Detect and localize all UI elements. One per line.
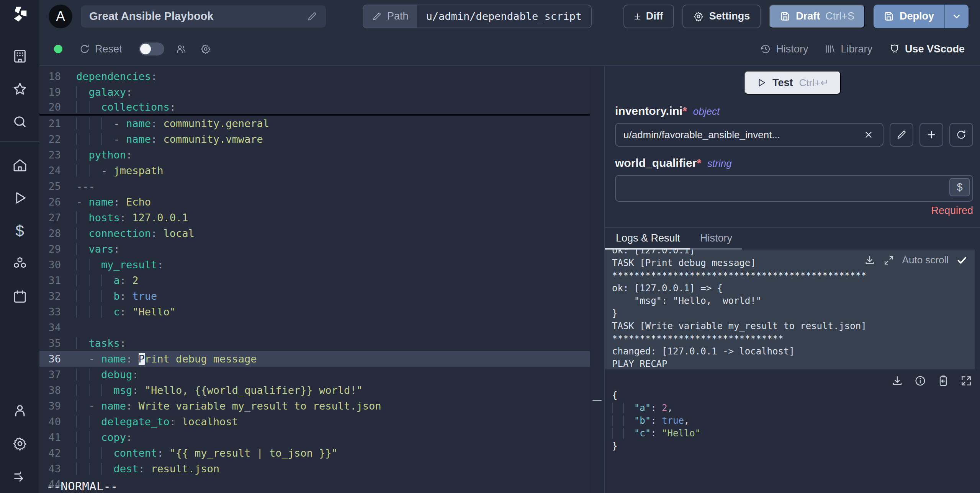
library-button[interactable]: Library	[825, 43, 872, 55]
fullscreen-icon[interactable]	[960, 375, 972, 387]
world-qualifier-input[interactable]: $	[615, 175, 973, 202]
code-line-38[interactable]: 38 msg: "Hello, {{world_qualifier}} worl…	[39, 382, 590, 398]
expand-icon[interactable]	[883, 255, 895, 266]
required-asterisk: *	[682, 104, 687, 117]
code-editor[interactable]: 18dependencies:19 galaxy:20 collections:…	[39, 66, 590, 493]
play-icon	[12, 190, 28, 206]
code-line-34[interactable]: 34	[39, 320, 590, 335]
code-line-39[interactable]: 39 - name: Write variable my_result to r…	[39, 398, 590, 414]
code-line-31[interactable]: 31 a: 2	[39, 273, 590, 288]
editor-settings-button[interactable]	[200, 44, 211, 54]
code-line-35[interactable]: 35 tasks:	[39, 335, 590, 351]
code-line-32[interactable]: 32 b: true	[39, 288, 590, 304]
use-vscode-button[interactable]: Use VScode	[889, 43, 965, 55]
field-type: string	[707, 158, 732, 170]
draft-button[interactable]: Draft Ctrl+S	[769, 5, 865, 28]
sidebar-item-schedules[interactable]	[0, 280, 39, 313]
diff-button[interactable]: ± Diff	[623, 5, 674, 28]
code-line-29[interactable]: 29 vars:	[39, 241, 590, 257]
sidebar-item-account[interactable]	[0, 394, 39, 427]
code-line-18[interactable]: 18dependencies:	[39, 69, 590, 84]
line-number: 28	[39, 227, 76, 239]
editor-toolbar: Reset History Library Use VScode	[39, 33, 980, 65]
code-line-44[interactable]: 44	[39, 477, 590, 492]
code-line-40[interactable]: 40 delegate_to: localhost	[39, 414, 590, 429]
path-field[interactable]: Path u/admin/dependable_script	[363, 5, 592, 28]
edit-resource-button[interactable]	[890, 123, 913, 147]
panel-splitter[interactable]	[590, 66, 604, 493]
script-title: Great Ansible Playbook	[89, 10, 301, 23]
line-content: b: true	[76, 290, 157, 302]
tab-history[interactable]: History	[690, 228, 742, 250]
copy-clipboard-icon[interactable]	[937, 375, 949, 387]
pencil-icon[interactable]	[307, 11, 317, 22]
sidebar-item-settings[interactable]	[0, 427, 39, 460]
script-title-field[interactable]: Great Ansible Playbook	[81, 5, 326, 28]
line-number: 43	[39, 463, 76, 475]
test-shortcut: Ctrl+↵	[799, 77, 829, 89]
log-line: "msg": "Hello, world!"	[612, 295, 975, 307]
code-line-42[interactable]: 42 content: "{{ my_result | to_json }}"	[39, 445, 590, 461]
line-number: 35	[39, 337, 76, 349]
windmill-logo-icon[interactable]	[11, 5, 29, 24]
line-number: 31	[39, 274, 76, 286]
line-number: 38	[39, 384, 76, 396]
code-line-20[interactable]: 20 collections:	[39, 100, 590, 116]
line-content: debug:	[76, 369, 139, 380]
diff-label: Diff	[646, 10, 663, 22]
code-line-28[interactable]: 28 connection: local	[39, 225, 590, 241]
code-line-33[interactable]: 33 c: "Hello"	[39, 304, 590, 320]
log-area[interactable]: ok: [127.0.0.1]TASK [Print debug message…	[605, 250, 975, 369]
download-icon[interactable]	[864, 255, 875, 266]
sidebar-item-favorites[interactable]	[0, 73, 39, 106]
add-resource-button[interactable]	[919, 123, 943, 147]
line-content: delegate_to: localhost	[76, 416, 238, 428]
sidebar-item-logout[interactable]	[0, 460, 39, 493]
check-icon[interactable]	[956, 255, 968, 266]
sidebar-item-variables[interactable]: $	[0, 214, 39, 247]
code-line-41[interactable]: 41 copy:	[39, 429, 590, 445]
code-line-19[interactable]: 19 galaxy:	[39, 84, 590, 100]
log-line: ****************************************…	[612, 269, 975, 282]
sidebar-item-resources[interactable]	[0, 247, 39, 280]
splitter-handle-icon[interactable]	[592, 400, 602, 401]
save-icon	[780, 11, 790, 22]
pencil-icon	[372, 11, 382, 21]
code-line-37[interactable]: 37 debug:	[39, 367, 590, 382]
refresh-resource-button[interactable]	[949, 123, 973, 147]
plus-minus-icon: ±	[634, 11, 640, 22]
deploy-button[interactable]: Deploy	[874, 5, 969, 28]
variable-picker-button[interactable]: $	[949, 178, 970, 196]
inventory-resource-value: u/admin/favorable_ansible_invent...	[623, 129, 857, 141]
sidebar-item-home[interactable]	[0, 149, 39, 181]
collaborators-button[interactable]	[176, 44, 187, 54]
code-line-21[interactable]: 21 - name: community.general	[39, 116, 590, 131]
test-button[interactable]: Test Ctrl+↵	[744, 71, 841, 95]
history-button[interactable]: History	[760, 43, 808, 55]
line-number: 40	[39, 416, 76, 428]
settings-button[interactable]: Settings	[682, 5, 761, 28]
sidebar-item-runs[interactable]	[0, 181, 39, 214]
tab-logs-result[interactable]: Logs & Result	[605, 228, 690, 250]
code-line-27[interactable]: 27 hosts: 127.0.0.1	[39, 210, 590, 225]
download-icon[interactable]	[891, 375, 903, 387]
code-line-43[interactable]: 43 dest: result.json	[39, 461, 590, 477]
code-line-24[interactable]: 24 - jmespath	[39, 163, 590, 178]
sidebar-item-search[interactable]	[0, 106, 39, 139]
inventory-resource-input[interactable]: u/admin/favorable_ansible_invent...	[615, 123, 883, 147]
code-line-30[interactable]: 30 my_result:	[39, 257, 590, 273]
field-label-world-qualifier: world_qualifier* string	[615, 157, 970, 170]
clear-resource-button[interactable]	[862, 128, 875, 141]
info-icon[interactable]	[914, 375, 926, 387]
code-line-22[interactable]: 22 - name: community.vmware	[39, 131, 590, 147]
code-line-26[interactable]: 26- name: Echo	[39, 194, 590, 210]
deploy-label: Deploy	[900, 10, 934, 22]
line-content: - name: community.general	[76, 118, 269, 129]
reset-button[interactable]: Reset	[79, 43, 122, 55]
deploy-dropdown-button[interactable]	[945, 5, 969, 28]
code-line-23[interactable]: 23 python:	[39, 147, 590, 163]
code-line-36[interactable]: 36 - name: Print debug message	[39, 351, 590, 367]
code-line-25[interactable]: 25---	[39, 178, 590, 194]
diff-mode-toggle[interactable]	[139, 42, 164, 56]
sidebar-item-workspace[interactable]	[0, 40, 39, 73]
